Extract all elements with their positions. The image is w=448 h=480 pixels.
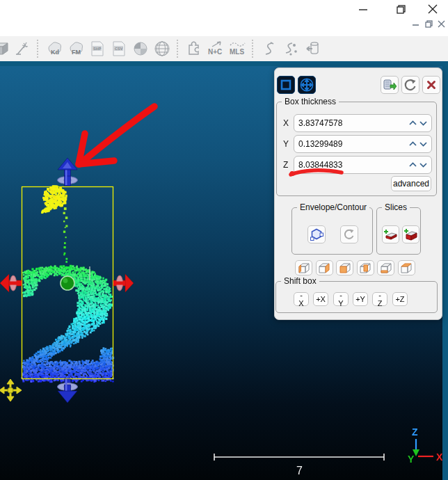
svg-text:Kd: Kd	[51, 49, 59, 56]
3d-viewport: 7 Z Y X	[0, 66, 448, 480]
set-view-left-button[interactable]	[295, 260, 312, 275]
polyline-curve-icon[interactable]	[260, 40, 278, 58]
close-tool-button[interactable]	[422, 76, 440, 94]
z-thickness-label: Z	[283, 160, 288, 170]
svg-text:FM: FM	[72, 49, 81, 56]
x-thickness-spinbox[interactable]	[294, 114, 432, 132]
y-thickness-spinbox[interactable]	[294, 135, 432, 153]
globe-icon[interactable]	[153, 40, 171, 58]
application-window: Kd FM SHP CSV	[0, 0, 448, 480]
extract-single-slice-button[interactable]	[382, 225, 399, 243]
y-spin-up-icon[interactable]	[409, 141, 417, 147]
box-thickness-title: Box thickness	[282, 97, 339, 106]
set-view-front-button[interactable]	[336, 260, 353, 275]
extract-multiple-slices-button[interactable]	[402, 225, 419, 243]
window-restore-button[interactable]	[394, 2, 408, 16]
mdi-restore-button[interactable]	[423, 18, 434, 29]
set-view-right-button[interactable]	[316, 260, 333, 275]
slices-group: Slices	[376, 207, 421, 255]
shift-minus-y-button[interactable]: -Y	[333, 292, 349, 306]
shift-box-group: Shift box -X +X -Y +Y -Z +Z	[275, 281, 438, 313]
y-spin-down-icon[interactable]	[419, 141, 427, 147]
slices-title: Slices	[382, 202, 410, 212]
viewport-frame-top	[0, 61, 448, 66]
advanced-button[interactable]: advanced	[391, 176, 431, 191]
title-bar	[0, 0, 448, 36]
mdi-close-button[interactable]	[435, 18, 447, 29]
x-thickness-label: X	[283, 118, 289, 128]
set-view-bottom-button[interactable]	[377, 260, 394, 275]
fm-mesh-icon[interactable]: FM	[67, 40, 85, 58]
box-primitive-icon[interactable]	[0, 40, 10, 58]
x-spin-up-icon[interactable]	[409, 120, 417, 126]
z-spin-up-icon[interactable]	[409, 162, 417, 168]
svg-text:SHP: SHP	[93, 47, 102, 51]
show-clipping-box-toggle[interactable]	[277, 76, 295, 94]
shift-minus-z-button[interactable]: -Z	[372, 292, 387, 306]
svg-text:MLS: MLS	[230, 48, 244, 56]
y-thickness-label: Y	[283, 139, 289, 149]
extract-envelope-button[interactable]	[307, 225, 326, 243]
reset-envelope-button[interactable]	[340, 225, 358, 243]
set-view-back-button[interactable]	[357, 260, 374, 275]
window-close-button[interactable]	[426, 2, 440, 16]
x-spin-down-icon[interactable]	[419, 120, 427, 126]
toolbar-separator	[37, 40, 40, 58]
sphere-icon[interactable]	[131, 40, 150, 58]
toolbar: Kd FM SHP CSV	[0, 36, 448, 61]
shift-box-title: Shift box	[281, 276, 319, 286]
x-thickness-input[interactable]	[298, 118, 406, 128]
extract-slices-button[interactable]	[381, 76, 399, 94]
shift-plus-x-button[interactable]: +X	[313, 292, 328, 306]
unroll-cylinder-icon[interactable]	[303, 40, 321, 58]
z-thickness-spinbox[interactable]	[294, 156, 432, 174]
mdi-minimize-button[interactable]	[410, 19, 420, 29]
restore-box-button[interactable]	[401, 76, 419, 94]
shift-minus-x-button[interactable]: -X	[294, 292, 309, 306]
svg-text:CSV: CSV	[115, 47, 123, 51]
plugin-puzzle-icon[interactable]	[185, 40, 203, 58]
cross-section-panel: Box thickness X Y Z	[274, 67, 442, 320]
y-thickness-input[interactable]	[298, 139, 406, 149]
show-interactors-toggle[interactable]	[298, 76, 316, 94]
z-spin-down-icon[interactable]	[419, 162, 427, 168]
toolbar-separator	[252, 40, 255, 58]
mls-smoothing-icon[interactable]: MLS	[228, 40, 246, 58]
normals-compute-icon[interactable]: N+C	[207, 40, 225, 58]
window-minimize-button[interactable]	[356, 3, 370, 15]
shift-plus-y-button[interactable]: +Y	[353, 292, 368, 306]
box-thickness-group: Box thickness X Y Z	[276, 102, 437, 196]
csv-file-icon[interactable]: CSV	[110, 40, 128, 58]
point-picking-icon[interactable]	[13, 40, 31, 58]
z-thickness-input[interactable]	[298, 160, 406, 170]
envelope-contour-title: Envelope/Contour	[297, 202, 369, 212]
envelope-contour-group: Envelope/Contour	[291, 207, 373, 255]
kd-tree-icon[interactable]: Kd	[45, 40, 63, 58]
shp-file-icon[interactable]: SHP	[88, 40, 106, 58]
curve-fit-points-icon[interactable]	[282, 40, 300, 58]
set-view-top-button[interactable]	[398, 260, 415, 275]
svg-text:N+C: N+C	[208, 48, 222, 56]
shift-plus-z-button[interactable]: +Z	[392, 292, 408, 306]
toolbar-separator	[177, 40, 179, 58]
